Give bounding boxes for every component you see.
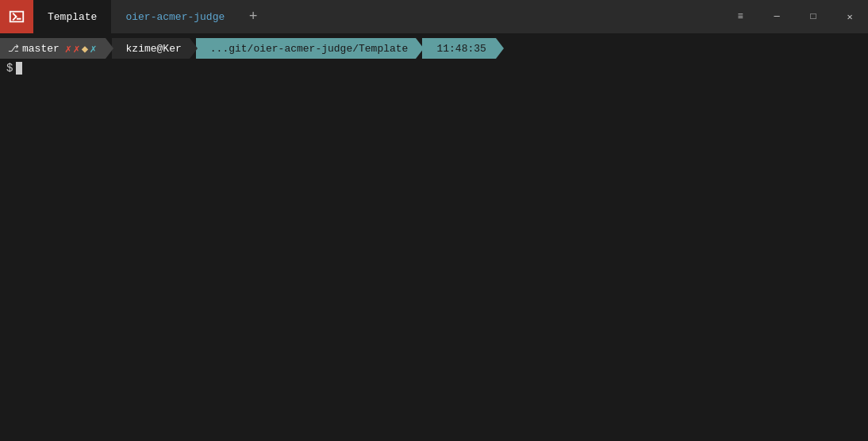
window-controls: ≡ ─ □ ✕ bbox=[722, 0, 868, 33]
shell-input-line[interactable]: $ bbox=[0, 59, 868, 75]
tab-template[interactable]: Template bbox=[33, 0, 111, 33]
new-tab-button[interactable]: + bbox=[239, 0, 267, 33]
terminal-area[interactable]: ⎇ master ✗ ✗ ◆ ✗ kzime@Ker ...git/oier-a… bbox=[0, 33, 868, 441]
git-status-dot: ◆ bbox=[82, 42, 88, 56]
tab-oier-label: oier-acmer-judge bbox=[125, 11, 225, 23]
user-segment: kzime@Ker bbox=[112, 38, 190, 59]
git-icon: ⎇ bbox=[8, 43, 19, 55]
titlebar: Template oier-acmer-judge + ≡ ─ □ ✕ bbox=[0, 0, 868, 33]
time-label: 11:48:35 bbox=[436, 43, 486, 55]
git-status-x2: ✗ bbox=[73, 42, 79, 56]
tab-template-label: Template bbox=[48, 11, 97, 23]
terminal-icon bbox=[8, 8, 25, 25]
user-label: kzime@Ker bbox=[126, 43, 182, 55]
path-segment: ...git/oier-acmer-judge/Template bbox=[196, 38, 417, 59]
git-status-x1: ✗ bbox=[65, 42, 71, 56]
app-logo bbox=[0, 0, 33, 33]
close-button[interactable]: ✕ bbox=[832, 0, 868, 33]
shell-cursor bbox=[16, 62, 22, 75]
shell-prompt: $ bbox=[6, 62, 13, 75]
menu-button[interactable]: ≡ bbox=[722, 0, 759, 33]
prompt-line: ⎇ master ✗ ✗ ◆ ✗ kzime@Ker ...git/oier-a… bbox=[0, 33, 868, 59]
git-status-x3: ✗ bbox=[90, 42, 96, 56]
git-segment: ⎇ master ✗ ✗ ◆ ✗ bbox=[0, 38, 106, 59]
path-label: ...git/oier-acmer-judge/Template bbox=[210, 43, 409, 55]
tab-oier-acmer-judge[interactable]: oier-acmer-judge bbox=[111, 0, 239, 33]
minimize-button[interactable]: ─ bbox=[759, 0, 795, 33]
git-branch: master bbox=[22, 43, 60, 55]
maximize-button[interactable]: □ bbox=[795, 0, 832, 33]
time-segment: 11:48:35 bbox=[422, 38, 495, 59]
